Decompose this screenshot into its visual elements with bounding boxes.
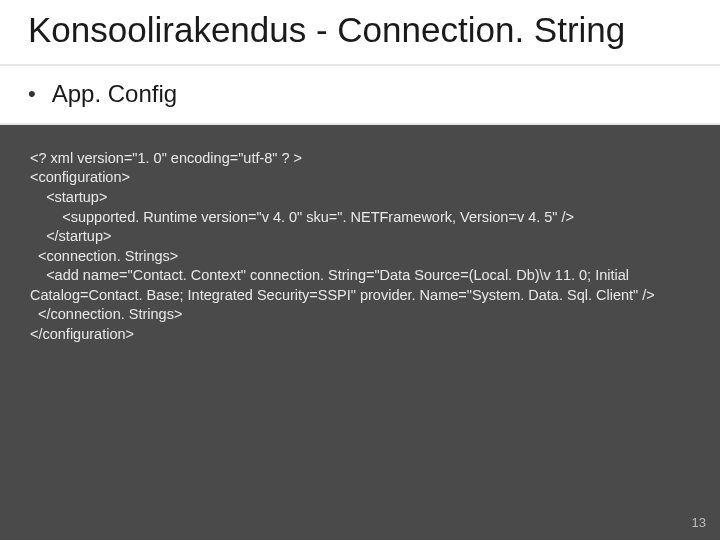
slide-number: 13	[692, 515, 706, 530]
bullet-text: App. Config	[52, 80, 177, 108]
bullet-item: • App. Config	[0, 66, 720, 125]
bullet-dot-icon: •	[28, 80, 36, 109]
slide-title: Konsoolirakendus - Connection. String	[0, 0, 720, 66]
slide: Konsoolirakendus - Connection. String • …	[0, 0, 720, 540]
code-block: <? xml version="1. 0" encoding="utf-8" ?…	[0, 125, 720, 345]
